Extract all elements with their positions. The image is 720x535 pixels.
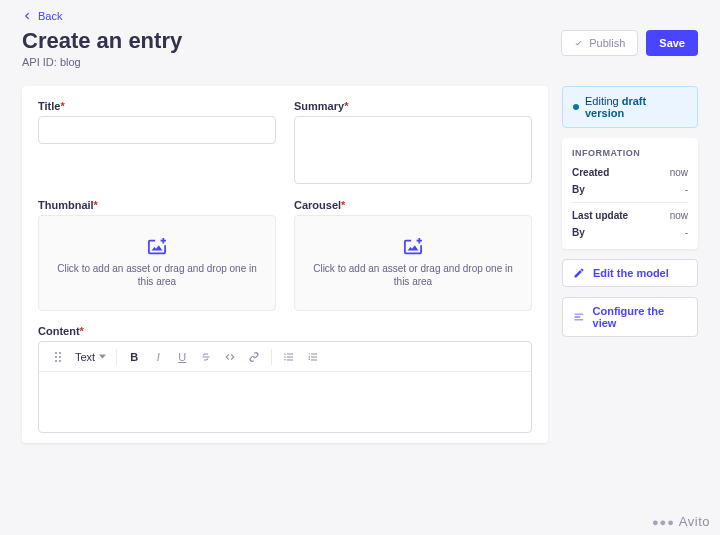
- watermark: ●●●Avito: [652, 514, 710, 529]
- carousel-caption: Click to add an asset or drag and drop o…: [311, 262, 515, 288]
- information-heading: INFORMATION: [572, 148, 688, 158]
- back-link[interactable]: Back: [22, 10, 698, 22]
- status-prefix: Editing: [585, 95, 622, 107]
- edit-model-button[interactable]: Edit the model: [562, 259, 698, 287]
- title-input[interactable]: [38, 116, 276, 144]
- rte-bold-button[interactable]: B: [123, 346, 145, 368]
- link-icon: [248, 351, 260, 363]
- image-plus-icon: [146, 238, 168, 256]
- check-icon: [574, 39, 583, 48]
- list-ul-icon: [283, 351, 295, 363]
- save-label: Save: [659, 37, 685, 49]
- edit-model-label: Edit the model: [593, 267, 669, 279]
- drag-handle-icon[interactable]: [47, 346, 69, 368]
- status-card: Editing draft version: [562, 86, 698, 128]
- arrow-left-icon: [22, 11, 32, 21]
- strikethrough-icon: [200, 351, 212, 363]
- chevron-down-icon: [99, 354, 106, 359]
- separator: [116, 349, 117, 365]
- save-button[interactable]: Save: [646, 30, 698, 56]
- thumbnail-label: Thumbnail*: [38, 199, 276, 211]
- pencil-icon: [573, 267, 585, 279]
- layout-icon: [573, 311, 585, 323]
- summary-textarea[interactable]: [294, 116, 532, 184]
- thumbnail-caption: Click to add an asset or drag and drop o…: [55, 262, 259, 288]
- page-title: Create an entry: [22, 28, 182, 54]
- list-ol-icon: [307, 351, 319, 363]
- info-row-updated: Last update now: [572, 207, 688, 224]
- form-card: Title* Summary* Thumbnail* Click to add …: [22, 86, 548, 443]
- rte-toolbar: Text B I U: [39, 342, 531, 372]
- rte-italic-button[interactable]: I: [147, 346, 169, 368]
- publish-label: Publish: [589, 37, 625, 49]
- code-icon: [224, 351, 236, 363]
- content-label: Content*: [38, 325, 532, 337]
- rte-link-button[interactable]: [243, 346, 265, 368]
- info-row-created: Created now: [572, 164, 688, 181]
- configure-view-label: Configure the view: [593, 305, 687, 329]
- rte-strike-button[interactable]: [195, 346, 217, 368]
- rte-ol-button[interactable]: [302, 346, 324, 368]
- back-label: Back: [38, 10, 62, 22]
- rte-code-button[interactable]: [219, 346, 241, 368]
- carousel-label: Carousel*: [294, 199, 532, 211]
- rte-text-dropdown[interactable]: Text: [71, 351, 110, 363]
- avito-dots-icon: ●●●: [652, 516, 675, 528]
- rich-text-editor: Text B I U: [38, 341, 532, 433]
- carousel-dropzone[interactable]: Click to add an asset or drag and drop o…: [294, 215, 532, 311]
- api-id-label: API ID: blog: [22, 56, 182, 68]
- publish-button[interactable]: Publish: [561, 30, 638, 56]
- info-row-created-by: By -: [572, 181, 688, 198]
- thumbnail-dropzone[interactable]: Click to add an asset or drag and drop o…: [38, 215, 276, 311]
- information-card: INFORMATION Created now By - Last update…: [562, 138, 698, 249]
- info-row-updated-by: By -: [572, 224, 688, 241]
- rte-ul-button[interactable]: [278, 346, 300, 368]
- rte-text-label: Text: [75, 351, 95, 363]
- rte-content-area[interactable]: [39, 372, 531, 432]
- status-dot-icon: [573, 104, 579, 110]
- summary-label: Summary*: [294, 100, 532, 112]
- title-label: Title*: [38, 100, 276, 112]
- rte-underline-button[interactable]: U: [171, 346, 193, 368]
- separator: [572, 202, 688, 203]
- separator: [271, 349, 272, 365]
- configure-view-button[interactable]: Configure the view: [562, 297, 698, 337]
- image-plus-icon: [402, 238, 424, 256]
